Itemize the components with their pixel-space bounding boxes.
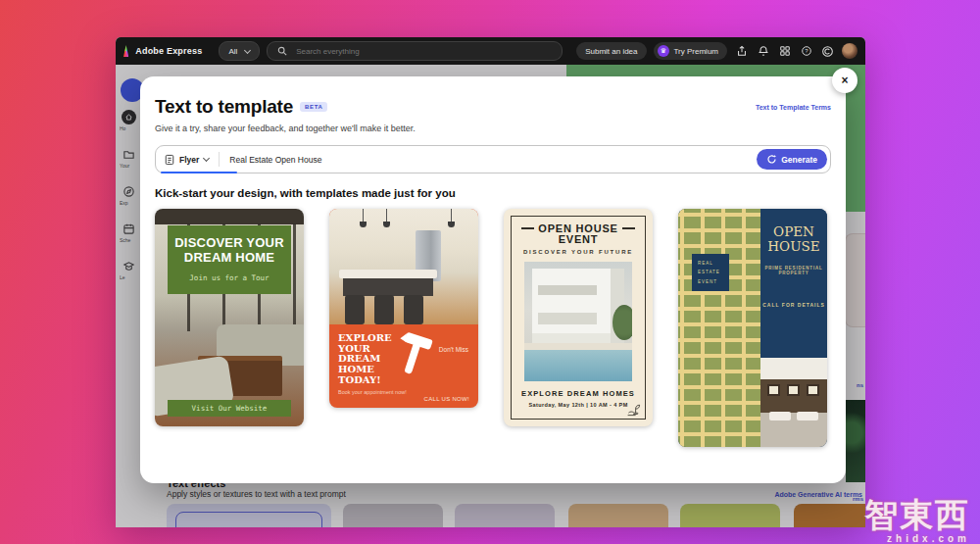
- photo-pendant-lamp: [451, 209, 452, 223]
- photo-pillow: [769, 412, 791, 420]
- divider-line: [521, 227, 534, 229]
- photo-pendant-lamp: [386, 209, 387, 223]
- try-premium-button[interactable]: ♛ Try Premium: [654, 42, 727, 60]
- apps-grid-icon[interactable]: [777, 44, 792, 59]
- try-premium-label: Try Premium: [674, 47, 718, 56]
- text-to-template-terms-link[interactable]: Text to Template Terms: [756, 104, 831, 111]
- generate-label: Generate: [781, 155, 817, 165]
- divider-line: [622, 227, 635, 229]
- text-to-template-modal: Text to template BETA Text to Template T…: [140, 76, 846, 483]
- watermark-domain: zhidx.com: [864, 533, 970, 544]
- flyer-note: Don't Miss: [439, 346, 468, 353]
- photo-house: [532, 269, 624, 343]
- photo-stool: [345, 295, 365, 324]
- photo-pendant-lamp: [363, 209, 364, 223]
- adobe-express-window: Adobe Express All Submit an idea ♛ Try P…: [116, 37, 865, 527]
- flyer-badge-line: ESTATE: [698, 268, 729, 276]
- flyer-icon: [165, 154, 174, 166]
- submit-idea-label: Submit an idea: [585, 47, 637, 56]
- help-icon[interactable]: ?: [799, 44, 813, 59]
- template-card-1[interactable]: DISCOVER YOUR DREAM HOME Join us for a T…: [155, 209, 304, 426]
- hammer-icon: [394, 328, 435, 381]
- flyer-footer: Visit Our Website: [168, 400, 291, 417]
- search-input[interactable]: [294, 46, 555, 57]
- creative-cloud-icon[interactable]: [820, 44, 835, 59]
- flyer-title: EVENT: [504, 233, 653, 245]
- flyer-caption: EXPLORE DREAM HOMES: [504, 389, 653, 398]
- flyer-cta: CALL FOR DETAILS: [760, 302, 827, 308]
- photo-modern-house: [524, 262, 632, 381]
- photo-balcony: [538, 313, 597, 324]
- adobe-express-logo-icon[interactable]: [123, 45, 128, 57]
- template-card-2[interactable]: EXPLORE YOUR DREAM HOME TODAY! Don't Mis…: [329, 209, 478, 408]
- notifications-bell-icon[interactable]: [756, 44, 770, 59]
- watermark-cn: 智東西: [864, 498, 970, 531]
- generate-button[interactable]: Generate: [757, 149, 827, 170]
- photo-bedroom: [760, 358, 827, 447]
- desktop-background: Adobe Express All Submit an idea ♛ Try P…: [0, 0, 980, 544]
- svg-text:?: ?: [805, 48, 808, 54]
- flyer-tagline: DISCOVER YOUR FUTURE: [504, 249, 653, 255]
- close-button[interactable]: ×: [832, 68, 858, 93]
- share-icon[interactable]: [734, 44, 749, 59]
- flyer-headline: DISCOVER YOUR DREAM HOME: [172, 236, 287, 265]
- flyer-badge-line: REAL: [698, 259, 729, 268]
- chevron-down-icon: [244, 46, 251, 53]
- prompt-input[interactable]: [220, 154, 757, 166]
- app-header: Adobe Express All Submit an idea ♛ Try P…: [116, 37, 865, 65]
- chevron-down-icon: [203, 155, 210, 162]
- photo-window: [767, 384, 780, 396]
- flyer-pattern-panel: REAL ESTATE EVENT: [678, 209, 760, 447]
- beta-badge: BETA: [300, 102, 327, 112]
- hand-plant-icon: [626, 402, 642, 418]
- flyer-call-line: CALL US NOW!: [424, 396, 469, 402]
- search-icon: [274, 44, 289, 59]
- profile-avatar[interactable]: [842, 43, 858, 59]
- photo-plant: [612, 305, 632, 340]
- category-dropdown-label: All: [228, 47, 237, 56]
- flyer-badge-line: EVENT: [698, 277, 729, 286]
- flyer-subtitle: PRIME RESIDENTIAL PROPERTY: [760, 266, 827, 275]
- template-results: DISCOVER YOUR DREAM HOME Join us for a T…: [155, 209, 831, 447]
- section-heading: Kick-start your design, with templates m…: [155, 187, 831, 199]
- flyer-text-panel: OPEN HOUSE PRIME RESIDENTIAL PROPERTY CA…: [760, 209, 827, 358]
- photo-window: [807, 384, 819, 396]
- modal-subtitle: Give it a try, share your feedback, and …: [155, 124, 831, 133]
- flyer-text-panel: DISCOVER YOUR DREAM HOME Join us for a T…: [168, 225, 291, 294]
- submit-idea-button[interactable]: Submit an idea: [576, 42, 646, 60]
- flyer-title: OPEN HOUSE: [760, 224, 827, 253]
- format-dropdown-label: Flyer: [179, 155, 199, 165]
- template-card-3[interactable]: OPEN HOUSE EVENT DISCOVER YOUR FUTURE EX…: [504, 209, 653, 426]
- flyer-headline: EXPLORE YOUR DREAM HOME TODAY!: [338, 333, 401, 385]
- photo-pool: [524, 350, 632, 381]
- photo-window: [787, 384, 800, 396]
- photo-balcony: [538, 285, 597, 295]
- photo-counter: [339, 270, 437, 278]
- template-card-4[interactable]: REAL ESTATE EVENT OPEN HOUSE PRIME RESID…: [678, 209, 827, 447]
- photo-stool: [404, 295, 423, 324]
- photo-kitchen: [329, 209, 478, 324]
- generate-icon: [766, 154, 777, 165]
- photo-island: [343, 278, 433, 296]
- category-dropdown[interactable]: All: [219, 41, 260, 61]
- watermark: 智東西 zhidx.com: [864, 498, 970, 544]
- crown-icon: ♛: [658, 45, 669, 57]
- search-bar[interactable]: [267, 41, 563, 61]
- photo-stool: [374, 295, 394, 324]
- flyer-book-line: Book your appointment now!: [338, 389, 407, 395]
- flyer-subline: Join us for a Tour: [172, 273, 287, 282]
- brand-title: Adobe Express: [135, 46, 202, 56]
- flyer-badge: REAL ESTATE EVENT: [692, 254, 729, 291]
- prompt-bar: Flyer Generate: [155, 145, 831, 173]
- photo-poolside: [524, 343, 632, 350]
- format-dropdown[interactable]: Flyer: [156, 146, 219, 173]
- photo-pillow: [797, 412, 818, 420]
- modal-title: Text to template: [155, 96, 293, 118]
